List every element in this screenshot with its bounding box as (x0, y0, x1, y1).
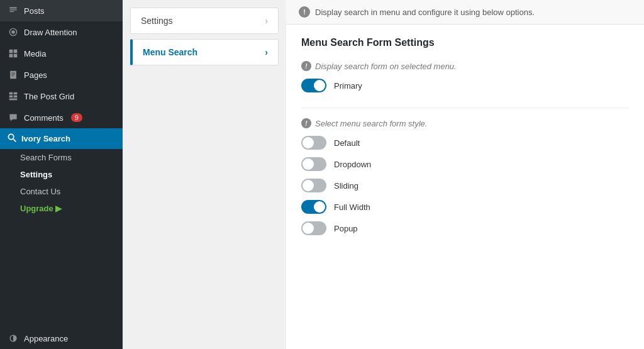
info-bar-text: Display search in menu and configure it … (315, 8, 535, 17)
sidebar-sub-item-upgrade-label: Upgrade ▶ (20, 204, 62, 213)
toggle-full-width-label: Full Width (334, 202, 370, 212)
svg-rect-15 (9, 96, 13, 98)
post-grid-icon (8, 91, 19, 102)
svg-rect-1 (9, 9, 16, 10)
comments-badge: 9 (71, 113, 82, 122)
toggle-row-dropdown: Dropdown (301, 157, 629, 171)
sidebar-item-draw-attention[interactable]: Draw Attention (0, 21, 123, 43)
toggle-sliding[interactable] (301, 179, 326, 192)
sidebar-item-the-post-grid-label: The Post Grid (24, 92, 74, 101)
svg-rect-5 (9, 50, 13, 53)
menu-style-section: ! Select menu search form style. Default… (301, 118, 629, 235)
sidebar-item-comments-label: Comments (24, 113, 64, 123)
svg-rect-12 (11, 75, 14, 76)
svg-rect-10 (11, 73, 15, 74)
svg-rect-7 (9, 54, 13, 58)
toggle-primary[interactable] (301, 79, 326, 92)
toggle-full-width[interactable] (301, 200, 326, 214)
svg-rect-11 (11, 74, 15, 75)
svg-rect-14 (14, 92, 18, 95)
toggle-sliding-label: Sliding (334, 181, 358, 191)
svg-line-19 (13, 139, 16, 141)
middle-item-menu-search-label: Menu Search (143, 47, 197, 57)
middle-item-settings-label: Settings (141, 16, 173, 26)
sidebar-sub-item-contact-us[interactable]: Contact Us (0, 183, 123, 200)
menu-search-chevron-icon: › (265, 47, 268, 57)
toggle-row-full-width: Full Width (301, 200, 629, 214)
info-icon: ! (299, 6, 310, 18)
sidebar-item-media-label: Media (24, 49, 46, 58)
section-divider (301, 108, 629, 108)
section1-hint-icon: ! (301, 61, 311, 71)
toggle-popup-label: Popup (334, 224, 358, 233)
svg-point-4 (12, 31, 14, 33)
sidebar-item-comments[interactable]: Comments 9 (0, 107, 123, 128)
svg-rect-6 (14, 50, 18, 53)
sidebar-item-appearance[interactable]: Appearance (0, 328, 123, 349)
sidebar-item-posts-label: Posts (24, 6, 45, 16)
sidebar-item-pages-label: Pages (24, 70, 47, 80)
toggle-row-primary: Primary (301, 79, 629, 92)
sidebar-item-draw-attention-label: Draw Attention (24, 28, 77, 37)
sidebar-item-pages[interactable]: Pages (0, 64, 123, 86)
sidebar-sub-item-settings-label: Settings (20, 170, 52, 179)
svg-rect-8 (14, 54, 18, 58)
sidebar-sub-item-settings[interactable]: Settings (0, 166, 123, 183)
sidebar-sub-item-search-forms[interactable]: Search Forms (0, 149, 123, 166)
sidebar-item-posts[interactable]: Posts (0, 0, 123, 21)
section1-hint: ! Display search form on selected menu. (301, 61, 629, 71)
middle-item-settings[interactable]: Settings › (130, 8, 279, 34)
toggle-default-label: Default (334, 138, 360, 148)
toggle-dropdown-label: Dropdown (334, 160, 371, 169)
toggle-popup[interactable] (301, 221, 326, 235)
svg-rect-17 (9, 99, 18, 101)
sidebar-item-ivory-search-label: Ivory Search (21, 134, 70, 143)
svg-rect-16 (14, 96, 18, 98)
comments-icon (8, 112, 19, 123)
sidebar-sub-item-search-forms-label: Search Forms (20, 153, 72, 162)
toggle-default[interactable] (301, 136, 326, 150)
appearance-icon (8, 333, 19, 344)
toggle-row-sliding: Sliding (301, 179, 629, 192)
sidebar-item-media[interactable]: Media (0, 43, 123, 64)
toggle-row-popup: Popup (301, 221, 629, 235)
toggle-row-default: Default (301, 136, 629, 150)
main-content: ! Display search in menu and configure i… (286, 0, 644, 349)
svg-rect-0 (9, 7, 16, 8)
section2-hint-icon: ! (301, 118, 311, 128)
pages-icon (8, 69, 19, 80)
sidebar-item-appearance-label: Appearance (24, 334, 68, 343)
section2-hint: ! Select menu search form style. (301, 118, 629, 128)
main-section-title: Menu Search Form Settings (301, 37, 629, 48)
section2-hint-text: Select menu search form style. (315, 119, 427, 128)
svg-rect-13 (9, 92, 13, 95)
middle-item-menu-search[interactable]: Menu Search › (130, 39, 279, 65)
toggle-dropdown[interactable] (301, 157, 326, 171)
svg-rect-2 (9, 11, 14, 12)
section1-hint-text: Display search form on selected menu. (315, 62, 457, 71)
ivory-search-icon (8, 133, 16, 144)
menu-display-section: ! Display search form on selected menu. … (301, 61, 629, 92)
info-bar: ! Display search in menu and configure i… (286, 0, 644, 25)
media-icon (8, 48, 19, 59)
content-area: Menu Search Form Settings ! Display sear… (286, 25, 644, 263)
toggle-primary-label: Primary (334, 81, 362, 91)
sidebar-item-the-post-grid[interactable]: The Post Grid (0, 86, 123, 107)
draw-attention-icon (8, 26, 19, 38)
posts-icon (8, 5, 19, 16)
sidebar-sub-item-contact-us-label: Contact Us (20, 187, 60, 196)
middle-panel: Settings › Menu Search › (123, 0, 286, 349)
settings-chevron-icon: › (265, 16, 268, 26)
sidebar-sub-item-upgrade[interactable]: Upgrade ▶ (0, 200, 123, 217)
svg-point-18 (8, 134, 13, 139)
sidebar-item-ivory-search[interactable]: Ivory Search (0, 128, 123, 149)
svg-rect-9 (10, 71, 16, 79)
sidebar: Posts Draw Attention Media Pages The Pos… (0, 0, 123, 349)
